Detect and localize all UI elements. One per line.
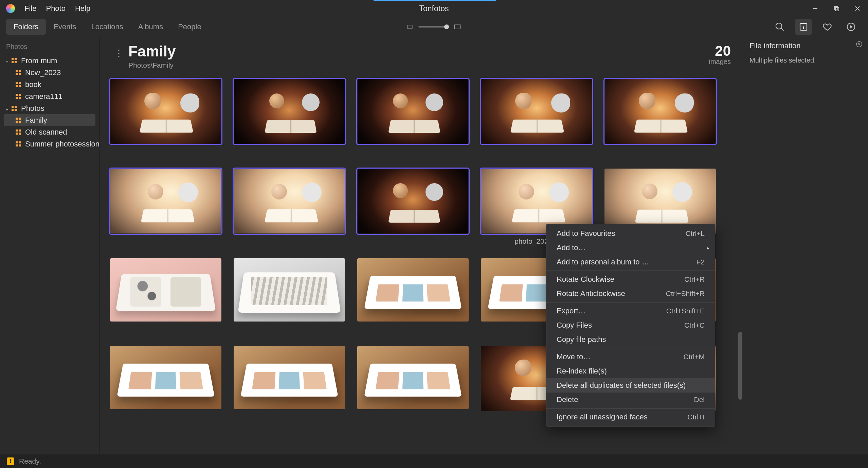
tree-label: Photos [21, 104, 44, 113]
thumbnail[interactable] [234, 169, 345, 234]
context-menu-item[interactable]: Ignore all unassigned facesCtrl+I [546, 410, 715, 424]
tab-events[interactable]: Events [46, 19, 84, 35]
close-button[interactable] [847, 0, 868, 17]
thumbnail[interactable] [234, 79, 345, 144]
thumbnail-image [357, 346, 469, 409]
folder-more-button[interactable]: ⋮ [112, 46, 126, 60]
slider-track[interactable] [418, 26, 448, 28]
context-menu-item[interactable]: Add to…▸ [546, 241, 715, 255]
context-menu-label: Ignore all unassigned faces [557, 413, 648, 421]
thumbnail-image [110, 258, 221, 322]
thumbnail[interactable] [357, 346, 469, 409]
thumbnail[interactable] [604, 79, 716, 144]
tree-folder[interactable]: Old scanned [0, 126, 100, 138]
thumbnail[interactable] [110, 258, 221, 322]
tree-folder[interactable]: camera111 [0, 90, 100, 102]
tree-folder[interactable]: New_2023 [0, 67, 100, 79]
context-menu-item[interactable]: Copy file paths [546, 332, 715, 347]
thumbnail[interactable] [357, 169, 469, 234]
thumbnail-image [605, 79, 716, 144]
thumbnail-image [357, 258, 469, 322]
info-panel: File information Multiple files selected… [743, 37, 868, 454]
thumbnail[interactable] [110, 79, 221, 144]
info-panel-close[interactable] [856, 41, 863, 48]
context-menu-label: Re-index file(s) [557, 367, 607, 376]
minimize-button[interactable] [805, 0, 826, 17]
slideshow-button[interactable] [843, 19, 859, 35]
context-menu-item[interactable]: Rotate ClockwiseCtrl+R [546, 272, 715, 287]
tree-label: Summer photosession [25, 140, 100, 149]
context-menu-shortcut: Ctrl+R [684, 275, 705, 283]
thumbnail[interactable] [110, 169, 221, 234]
thumbnail-image [481, 79, 592, 144]
folder-icon [16, 129, 21, 135]
context-menu-item[interactable]: Rotate AnticlockwiseCtrl+Shift+R [546, 287, 715, 301]
tree-folder[interactable]: Summer photosession [0, 138, 100, 150]
main-area: Photos ⌄From mumNew_2023bookcamera111⌄Ph… [0, 37, 868, 454]
thumbnail-slot [234, 258, 345, 333]
maximize-button[interactable] [826, 0, 847, 17]
thumbnail-size-slider[interactable] [407, 23, 461, 31]
tree-folder[interactable]: book [0, 79, 100, 90]
context-menu-item[interactable]: Move to…Ctrl+M [546, 350, 715, 364]
context-menu-item[interactable]: Export…Ctrl+Shift+E [546, 304, 715, 318]
play-circle-icon [846, 22, 856, 32]
context-menu-item[interactable]: Re-index file(s) [546, 364, 715, 378]
search-button[interactable] [772, 19, 788, 35]
menu-file[interactable]: File [24, 4, 36, 13]
context-menu-shortcut: Ctrl+M [684, 353, 705, 361]
folder-header: ⋮ Family Photos\Family 20 images [100, 37, 743, 73]
thumbnail-slot [357, 258, 469, 333]
toolbar: Folders Events Locations Albums People [0, 17, 868, 37]
tab-locations[interactable]: Locations [84, 19, 131, 35]
thumbnail[interactable] [234, 346, 345, 409]
thumbnail[interactable] [357, 79, 469, 144]
context-menu[interactable]: Add to FavouritesCtrl+LAdd to…▸Add to pe… [546, 224, 715, 427]
menu-help[interactable]: Help [75, 4, 90, 13]
context-menu-shortcut: Del [694, 396, 705, 404]
folder-tree: ⌄From mumNew_2023bookcamera111⌄PhotosFam… [0, 55, 100, 150]
context-menu-label: Rotate Anticlockwise [557, 289, 625, 298]
warning-icon[interactable] [7, 457, 14, 465]
tree-folder[interactable]: ⌄From mum [0, 55, 100, 67]
thumbnail-slot [357, 79, 469, 156]
status-bar: Ready. [0, 454, 868, 468]
thumbnail-image [234, 346, 345, 409]
menu-bar: File Photo Help [24, 4, 90, 13]
context-menu-item[interactable]: Copy FilesCtrl+C [546, 318, 715, 332]
context-menu-item[interactable]: DeleteDel [546, 393, 715, 407]
thumbnail[interactable] [481, 79, 592, 144]
tree-folder[interactable]: ⌄Photos [0, 102, 100, 114]
folder-icon [16, 82, 21, 87]
context-menu-item[interactable]: Add to FavouritesCtrl+L [546, 226, 715, 241]
thumbnail[interactable] [357, 258, 469, 322]
info-panel-toggle[interactable] [795, 19, 812, 35]
tab-albums[interactable]: Albums [131, 19, 170, 35]
scrollbar-thumb[interactable] [738, 332, 742, 400]
menu-photo[interactable]: Photo [46, 4, 66, 13]
context-menu-item[interactable]: Add to personal album to …F2 [546, 255, 715, 269]
context-menu-separator [546, 302, 715, 302]
tab-people[interactable]: People [170, 19, 209, 35]
slider-thumb[interactable] [444, 24, 449, 29]
context-menu-label: Delete all duplicates of selected files(… [557, 381, 686, 390]
tree-folder[interactable]: Family [4, 114, 95, 126]
toolbar-right-icons [772, 19, 859, 35]
context-menu-shortcut: Ctrl+Shift+R [666, 290, 705, 298]
thumb-large-icon [454, 23, 461, 31]
context-menu-shortcut: Ctrl+L [685, 229, 705, 238]
context-menu-separator [546, 271, 715, 271]
thumbnail-image [358, 79, 468, 144]
favourites-button[interactable] [819, 19, 835, 35]
thumbnail-slot [110, 258, 221, 333]
thumbnail[interactable] [110, 346, 221, 409]
search-icon [775, 22, 785, 32]
context-menu-shortcut: Ctrl+C [684, 321, 705, 329]
image-count: 20 images [709, 43, 731, 66]
context-menu-label: Copy file paths [557, 335, 606, 344]
status-text: Ready. [19, 457, 41, 465]
window-controls [805, 0, 868, 17]
tab-folders[interactable]: Folders [6, 19, 46, 35]
context-menu-item[interactable]: Delete all duplicates of selected files(… [546, 378, 715, 393]
thumbnail[interactable] [234, 258, 345, 322]
